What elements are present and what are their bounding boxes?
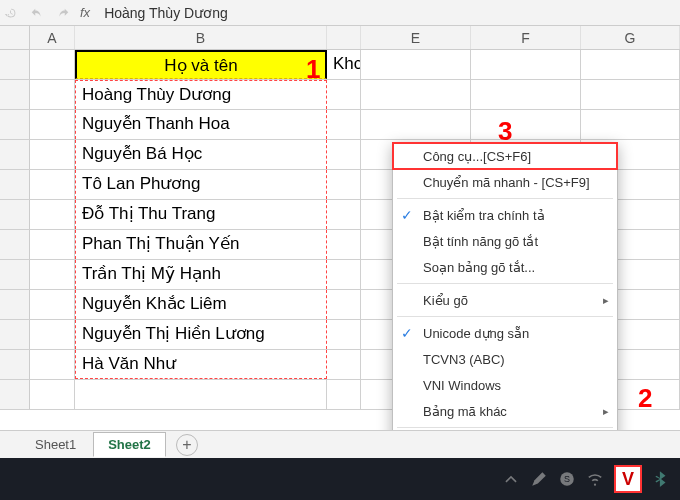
chevron-right-icon: ▸ [603,294,609,307]
cell[interactable] [30,80,75,109]
menu-item[interactable]: ✓Bật kiểm tra chính tả [393,202,617,228]
menu-item-label: TCVN3 (ABC) [423,352,505,367]
cell[interactable] [327,110,361,139]
cell[interactable] [30,230,75,259]
fx-label[interactable]: fx [80,5,90,20]
cell[interactable] [327,350,361,379]
row-header[interactable] [0,320,30,349]
wifi-icon[interactable] [586,470,604,488]
cell[interactable] [30,380,75,409]
redo-icon[interactable] [56,6,70,20]
cell[interactable]: Khc [327,50,361,79]
table-row: Hoàng Thùy Dương [0,80,680,110]
row-header[interactable] [0,170,30,199]
unikey-letter: V [622,469,634,490]
name-cell[interactable]: Đỗ Thị Thu Trang [75,200,327,229]
cell[interactable] [327,80,361,109]
menu-item[interactable]: Công cụ...[CS+F6] [393,143,617,169]
undo-icon[interactable] [30,6,44,20]
col-header-f[interactable]: F [471,26,581,49]
pen-icon[interactable] [530,470,548,488]
cell[interactable] [327,200,361,229]
cell[interactable] [327,140,361,169]
table-header-cell[interactable]: Họ và tên [75,50,327,79]
tab-sheet2[interactable]: Sheet2 [93,432,166,457]
name-cell[interactable]: Nguyễn Bá Học [75,140,327,169]
cell[interactable] [30,200,75,229]
annotation-1: 1 [306,54,320,85]
row-header[interactable] [0,260,30,289]
row-header[interactable] [0,290,30,319]
row-header[interactable] [0,140,30,169]
name-cell[interactable]: Phan Thị Thuận Yến [75,230,327,259]
row-header[interactable] [0,200,30,229]
menu-separator [397,316,613,317]
menu-item[interactable]: Kiểu gõ▸ [393,287,617,313]
cell[interactable] [327,230,361,259]
row-header[interactable] [0,350,30,379]
cell[interactable] [30,140,75,169]
cell[interactable] [361,50,471,79]
cell[interactable] [327,320,361,349]
row-header[interactable] [0,230,30,259]
chevron-up-icon[interactable] [502,470,520,488]
cell[interactable] [581,50,680,79]
cell[interactable] [30,320,75,349]
menu-item[interactable]: ✓Unicode dựng sẵn [393,320,617,346]
name-cell[interactable]: Hà Văn Như [75,350,327,379]
tab-sheet1[interactable]: Sheet1 [20,432,91,457]
cell[interactable] [581,110,680,139]
menu-item[interactable]: Bảng mã khác▸ [393,398,617,424]
menu-item[interactable]: Soạn bảng gõ tắt... [393,254,617,280]
cell[interactable] [30,50,75,79]
check-icon: ✓ [401,207,413,223]
cell[interactable] [30,170,75,199]
cell[interactable] [471,110,581,139]
check-icon: ✓ [401,325,413,341]
cell[interactable] [327,290,361,319]
row-header[interactable] [0,50,30,79]
cell[interactable] [361,80,471,109]
row-header[interactable] [0,110,30,139]
cell[interactable] [471,80,581,109]
select-all-cell[interactable] [0,26,30,49]
cell[interactable] [581,80,680,109]
col-header-g[interactable]: G [581,26,680,49]
cell[interactable] [327,380,361,409]
taskbar: S V [0,458,680,500]
row-header[interactable] [0,380,30,409]
cell[interactable] [30,260,75,289]
cell[interactable] [471,50,581,79]
row-header[interactable] [0,80,30,109]
skype-icon[interactable]: S [558,470,576,488]
name-cell[interactable]: Nguyễn Thanh Hoa [75,110,327,139]
cell[interactable] [327,170,361,199]
menu-separator [397,198,613,199]
table-row: Họ và tên Khc [0,50,680,80]
cell[interactable] [30,110,75,139]
unikey-tray-icon[interactable]: V [614,465,642,493]
add-sheet-button[interactable]: + [176,434,198,456]
cell[interactable] [75,380,327,409]
name-cell[interactable]: Hoàng Thùy Dương [75,80,327,109]
menu-item[interactable]: TCVN3 (ABC) [393,346,617,372]
bluetooth-icon[interactable] [652,470,670,488]
formula-value[interactable]: Hoàng Thùy Dương [104,5,228,21]
cell[interactable] [30,350,75,379]
col-header-e[interactable]: E [361,26,471,49]
name-cell[interactable]: Nguyễn Thị Hiền Lương [75,320,327,349]
menu-item[interactable]: Chuyển mã nhanh - [CS+F9] [393,169,617,195]
name-cell[interactable]: Tô Lan Phương [75,170,327,199]
col-header-a[interactable]: A [30,26,75,49]
cell[interactable] [361,110,471,139]
col-header-b[interactable]: B [75,26,327,49]
menu-item[interactable]: Bật tính năng gõ tắt [393,228,617,254]
col-header-c[interactable] [327,26,361,49]
menu-item[interactable]: VNI Windows [393,372,617,398]
cell[interactable] [327,260,361,289]
name-cell[interactable]: Trần Thị Mỹ Hạnh [75,260,327,289]
sheet-tabs: Sheet1 Sheet2 + [0,430,680,458]
history-icon[interactable] [4,6,18,20]
name-cell[interactable]: Nguyễn Khắc Liêm [75,290,327,319]
cell[interactable] [30,290,75,319]
